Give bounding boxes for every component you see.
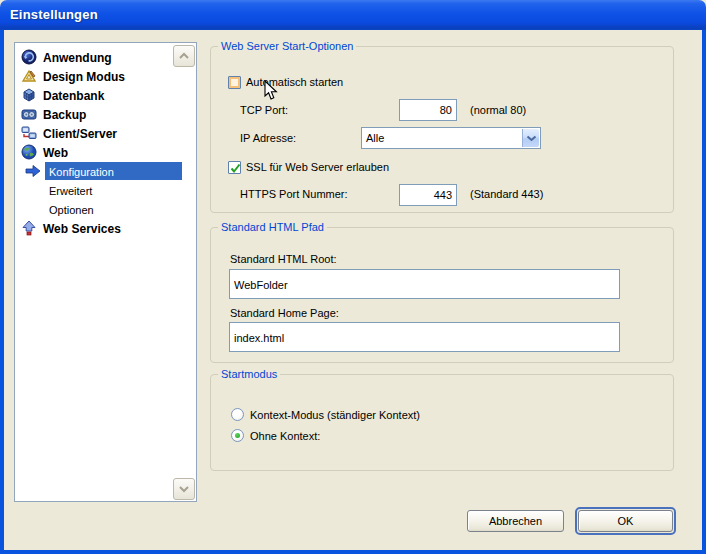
app-icon	[21, 49, 37, 65]
https-port-label: HTTPS Port Nummer:	[240, 188, 348, 201]
auto-start-label: Automatisch starten	[246, 76, 343, 89]
ip-address-label: IP Adresse:	[240, 132, 296, 145]
tree-item-web[interactable]: Web	[15, 143, 198, 162]
chevron-down-icon	[178, 485, 190, 493]
ssl-label: SSL für Web Server erlauben	[246, 161, 389, 174]
settings-dialog: Einstellungen Anwendung Design Modus Dat…	[0, 0, 706, 554]
check-icon	[229, 162, 242, 175]
scroll-up-button[interactable]	[173, 45, 195, 67]
home-page-input[interactable]	[229, 322, 620, 352]
scroll-down-button[interactable]	[173, 478, 195, 500]
html-root-label: Standard HTML Root:	[230, 253, 337, 266]
mouse-cursor	[264, 80, 278, 103]
tree-item-erweitert[interactable]: Erweitert	[15, 181, 198, 200]
tree-item-datenbank[interactable]: Datenbank	[15, 86, 198, 105]
home-page-label: Standard Home Page:	[230, 307, 339, 320]
tree-item-optionen[interactable]: Optionen	[15, 200, 198, 219]
client-server-icon	[21, 125, 37, 141]
https-port-input[interactable]	[399, 184, 457, 206]
chevron-down-icon	[526, 135, 537, 142]
group-start-mode	[210, 374, 674, 471]
tree-item-anwendung[interactable]: Anwendung	[15, 48, 198, 67]
tree-item-web-services[interactable]: Web Services	[15, 219, 198, 238]
arrow-right-icon	[25, 164, 42, 178]
group-title: Startmodus	[218, 368, 280, 380]
web-services-icon	[21, 220, 37, 236]
no-context-radio[interactable]	[231, 429, 244, 442]
database-icon	[21, 87, 37, 103]
cancel-button[interactable]: Abbrechen	[467, 510, 564, 532]
ip-address-value: Alle	[366, 132, 384, 144]
settings-tree: Anwendung Design Modus Datenbank Backup	[14, 42, 197, 502]
html-root-input[interactable]	[229, 269, 620, 299]
ok-button[interactable]: OK	[578, 510, 673, 532]
dropdown-button[interactable]	[522, 129, 539, 147]
context-mode-label: Kontext-Modus (ständiger Kontext)	[250, 409, 420, 422]
context-mode-radio[interactable]	[231, 408, 244, 421]
tree-item-client-server[interactable]: Client/Server	[15, 124, 198, 143]
web-icon	[21, 144, 37, 160]
window-title: Einstellungen	[10, 7, 98, 22]
tree-item-design-modus[interactable]: Design Modus	[15, 67, 198, 86]
tcp-port-label: TCP Port:	[240, 104, 288, 117]
design-icon	[21, 68, 37, 84]
auto-start-checkbox[interactable]	[228, 76, 241, 89]
window-border-bottom	[0, 550, 706, 554]
ip-address-select[interactable]: Alle	[361, 127, 541, 149]
title-bar[interactable]: Einstellungen	[0, 0, 706, 30]
no-context-label: Ohne Kontext:	[250, 430, 320, 443]
group-title: Standard HTML Pfad	[218, 221, 327, 233]
window-border-left	[0, 30, 4, 550]
backup-icon	[21, 106, 37, 122]
ssl-checkbox[interactable]	[228, 161, 241, 174]
window-border-right	[702, 30, 706, 550]
group-title: Web Server Start-Optionen	[218, 40, 356, 52]
tcp-port-input[interactable]	[399, 99, 457, 121]
tree-item-konfiguration[interactable]: Konfiguration	[15, 162, 198, 181]
chevron-up-icon	[178, 52, 190, 60]
ok-button-focus-ring: OK	[575, 507, 676, 535]
tcp-port-hint: (normal 80)	[470, 104, 526, 117]
https-port-hint: (Standard 443)	[470, 188, 543, 201]
tree-item-backup[interactable]: Backup	[15, 105, 198, 124]
